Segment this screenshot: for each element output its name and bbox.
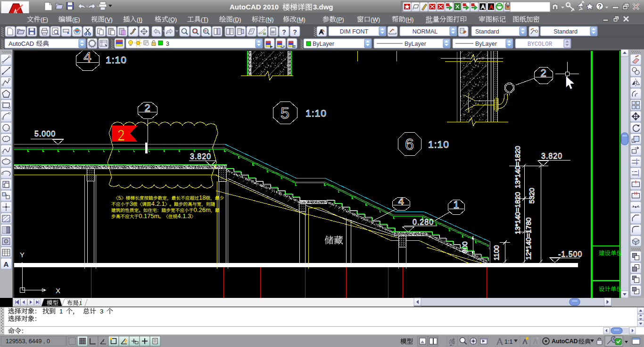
svg-text:1: 1 (79, 300, 82, 306)
svg-text:?: ? (598, 3, 601, 10)
svg-text:12*140=1780: 12*140=1780 (524, 218, 532, 260)
svg-text:4: 4 (83, 49, 92, 65)
svg-text:3: 3 (100, 308, 103, 315)
svg-text:X: X (56, 287, 60, 295)
svg-text:3: 3 (130, 200, 133, 207)
svg-text:(F): (F) (41, 17, 48, 23)
svg-text:129553, 6449 , 0: 129553, 6449 , 0 (6, 338, 50, 345)
svg-text:AutoCAD: AutoCAD (552, 338, 578, 345)
svg-text:1:10: 1:10 (305, 108, 327, 118)
svg-text:A: A (4, 260, 9, 268)
svg-text:ByLayer: ByLayer (475, 41, 497, 47)
svg-text:Standard: Standard (553, 28, 578, 35)
svg-text:ByLayer: ByLayer (313, 41, 334, 47)
svg-text:0.26m: 0.26m (194, 206, 211, 213)
svg-text:-1.500: -1.500 (558, 250, 582, 258)
svg-text:1: 1 (59, 308, 63, 315)
svg-text:(E): (E) (72, 17, 80, 23)
svg-text:1:10: 1:10 (428, 139, 449, 150)
svg-text:NORMAL: NORMAL (413, 28, 438, 35)
svg-text:(P): (P) (336, 17, 344, 23)
svg-text:3.820: 3.820 (190, 152, 211, 161)
svg-text:13*140=1820: 13*140=1820 (513, 146, 521, 188)
svg-text:?: ? (293, 28, 297, 36)
svg-text:5: 5 (281, 104, 290, 122)
svg-text:4.1.3: 4.1.3 (177, 212, 191, 220)
svg-text:2: 2 (540, 67, 546, 79)
svg-text:3.dwg: 3.dwg (313, 3, 333, 11)
svg-text:1: 1 (453, 199, 459, 211)
svg-text:ByLayer: ByLayer (405, 41, 426, 47)
svg-text:5320: 5320 (528, 188, 536, 203)
svg-text:BYCOLOR: BYCOLOR (528, 41, 553, 48)
svg-text:6: 6 (405, 135, 414, 153)
svg-text:1100: 1100 (492, 245, 500, 260)
svg-text:3: 3 (166, 41, 169, 47)
svg-text:(M): (M) (297, 17, 305, 23)
svg-text:(T): (T) (201, 17, 208, 23)
svg-text:Standard: Standard (475, 28, 499, 35)
svg-text:(N): (N) (265, 17, 273, 23)
svg-text:4.2.1: 4.2.1 (151, 200, 165, 207)
svg-text:3.820: 3.820 (541, 152, 562, 160)
svg-text:0.175m: 0.175m (139, 212, 159, 220)
svg-text:Y: Y (20, 251, 25, 259)
svg-text:(D): (D) (233, 17, 241, 23)
svg-text:(H): (H) (405, 17, 413, 23)
svg-text:18: 18 (199, 194, 206, 201)
svg-text:DIM FONT: DIM FONT (340, 28, 369, 35)
svg-text:4: 4 (398, 195, 404, 207)
svg-text:0.280: 0.280 (413, 218, 434, 226)
svg-text:1:10: 1:10 (106, 54, 127, 65)
svg-text:2: 2 (144, 102, 150, 114)
svg-text:5: 5 (118, 195, 121, 201)
svg-text:(W): (W) (371, 17, 380, 23)
svg-text:(O): (O) (168, 17, 177, 23)
svg-text:AutoCAD 2010: AutoCAD 2010 (230, 3, 279, 11)
svg-text:1:1: 1:1 (504, 339, 512, 345)
svg-text:AutoCAD: AutoCAD (8, 40, 34, 47)
svg-text:5.000: 5.000 (34, 130, 56, 138)
svg-text:?: ? (282, 28, 286, 36)
svg-text:(V): (V) (105, 17, 113, 23)
svg-text:13*140=1820: 13*140=1820 (513, 192, 521, 235)
svg-text:(I): (I) (137, 17, 142, 23)
